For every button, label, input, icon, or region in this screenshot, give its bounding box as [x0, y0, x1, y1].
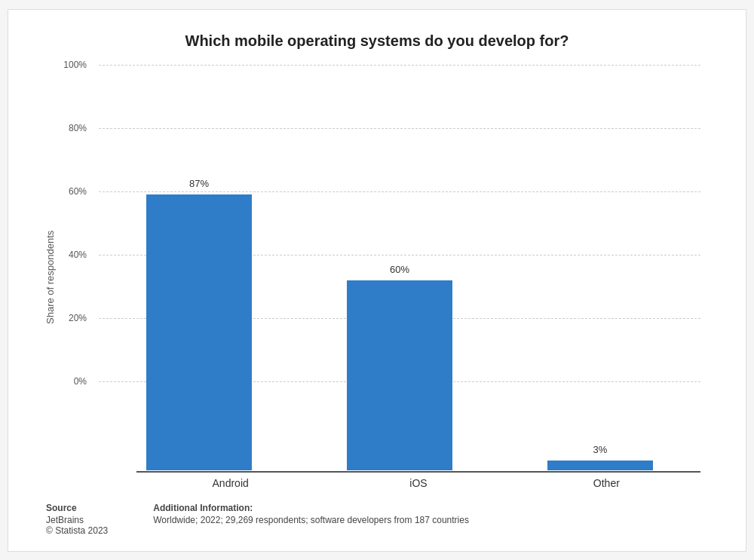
bar-group-ios: 60%	[299, 65, 500, 470]
bar-group-other: 3%	[500, 65, 700, 470]
bar-value-ios: 60%	[347, 264, 452, 275]
footer: Source JetBrains © Statista 2023 Additio…	[38, 503, 716, 536]
footer-source: Source JetBrains © Statista 2023	[46, 503, 108, 536]
x-axis: AndroidiOSOther	[136, 477, 700, 489]
grid-label-60: 60%	[61, 186, 93, 197]
additional-label: Additional Information:	[153, 503, 469, 513]
source-line-1: JetBrains	[46, 515, 108, 525]
chart-area: Share of respondents 100%80%60%40%20%0%8…	[38, 65, 716, 489]
bar-group-android: 87%	[99, 65, 299, 470]
grid-and-bars: 100%80%60%40%20%0%87%60%3%	[99, 65, 700, 471]
x-label-android: Android	[136, 477, 324, 489]
source-line-2: © Statista 2023	[46, 525, 108, 536]
bar-ios: 60%	[347, 280, 452, 470]
grid-label-20: 20%	[61, 313, 93, 323]
footer-additional: Additional Information: Worldwide; 2022;…	[153, 503, 469, 536]
bars-container: 87%60%3%	[99, 65, 700, 471]
chart-inner: 100%80%60%40%20%0%87%60%3% AndroidiOSOth…	[61, 65, 716, 489]
bar-other: 3%	[547, 461, 653, 470]
bar-android: 87%	[146, 194, 252, 470]
bar-value-other: 3%	[547, 444, 653, 455]
grid-label-100: 100%	[61, 60, 93, 70]
source-label: Source	[46, 503, 108, 513]
chart-title: Which mobile operating systems do you de…	[38, 32, 716, 50]
additional-line-1: Worldwide; 2022; 29,269 respondents; sof…	[153, 515, 469, 525]
x-label-other: Other	[513, 477, 700, 489]
x-axis-line	[136, 471, 700, 473]
x-label-ios: iOS	[324, 477, 512, 489]
grid-label-80: 80%	[61, 123, 93, 133]
grid-label-40: 40%	[61, 249, 93, 260]
chart-container: Which mobile operating systems do you de…	[8, 9, 746, 552]
grid-label-0: 0%	[61, 376, 93, 387]
y-axis-label: Share of respondents	[38, 65, 61, 489]
bar-value-android: 87%	[146, 178, 252, 189]
